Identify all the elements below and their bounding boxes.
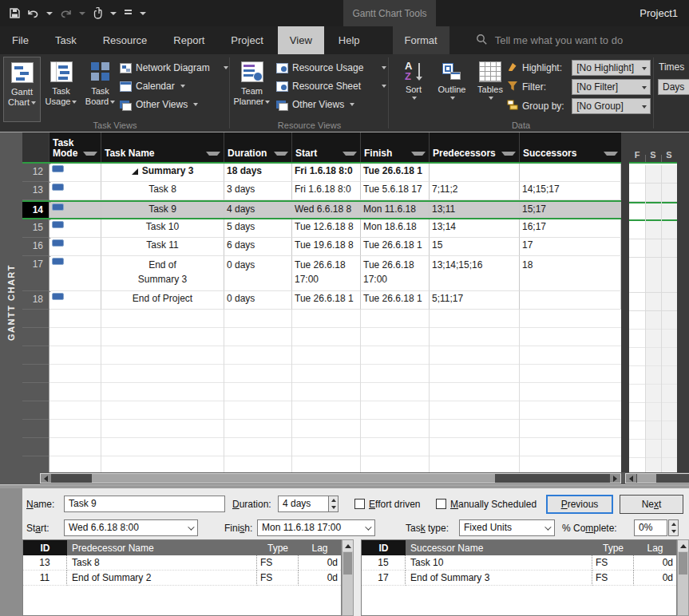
task-name-cell[interactable]: Task 11 (101, 238, 224, 256)
successors-cell[interactable]: 16;17 (520, 219, 621, 238)
undo-dropdown-icon[interactable] (46, 12, 53, 15)
start-cell[interactable]: Tue 12.6.18 8 (292, 219, 361, 238)
name-field[interactable]: Task 9 (64, 496, 225, 512)
sort-button[interactable]: A Z Sort (395, 57, 432, 122)
duration-field[interactable]: 4 days (278, 496, 329, 512)
undo-icon[interactable] (27, 9, 39, 18)
highlight-dropdown[interactable]: [No Highlight] (572, 60, 651, 76)
duration-cell[interactable]: 5 days (224, 219, 292, 238)
column-header-task-mode[interactable]: Task Mode (49, 132, 101, 162)
select-all-corner[interactable] (22, 132, 49, 162)
row-number[interactable]: 15 (22, 219, 49, 238)
task-name-cell[interactable]: End of Project (101, 291, 224, 310)
filter-arrow-icon[interactable] (501, 152, 516, 156)
customize-qat-icon[interactable] (124, 10, 133, 17)
filter-dropdown[interactable]: [No Filter] (572, 79, 651, 95)
successor-row[interactable]: 17 End of Summary 3 FS 0d (362, 571, 676, 586)
task-usage-button[interactable]: Task Usage (42, 57, 80, 122)
finish-cell[interactable]: Tue 26.6.18 1 (361, 164, 430, 182)
percent-complete-field[interactable]: 0% (634, 519, 667, 536)
chart-hscrollbar[interactable] (625, 473, 689, 484)
resource-sheet-button[interactable]: Resource Sheet (276, 79, 386, 93)
effort-driven-checkbox[interactable] (354, 499, 365, 509)
percent-complete-spinner[interactable] (668, 519, 679, 536)
task-mode-cell[interactable] (49, 256, 101, 291)
start-cell[interactable]: Fri 1.6.18 8:0 (292, 182, 361, 200)
table-row[interactable]: 17 End of Summary 3 0 days Tue 26.6.18 1… (22, 256, 621, 291)
gantt-chart-strip[interactable]: GANTT CHART (0, 132, 22, 472)
redo-icon[interactable] (60, 9, 72, 18)
start-cell[interactable]: Tue 26.6.18 1 (292, 291, 361, 310)
duration-spinner[interactable] (328, 496, 339, 512)
predecessors-cell[interactable]: 15 (430, 238, 520, 256)
redo-dropdown-icon[interactable] (79, 12, 85, 15)
scroll-left-arrow[interactable] (41, 474, 51, 483)
successors-cell[interactable]: 17 (520, 238, 621, 256)
predecessors-cell[interactable]: 5;11;17 (430, 291, 520, 310)
finish-dropdown[interactable]: Mon 11.6.18 17:00 (257, 519, 375, 536)
duration-cell[interactable]: 6 days (224, 238, 292, 256)
start-cell[interactable]: Wed 6.6.18 8 (292, 202, 361, 218)
manually-scheduled-checkbox[interactable] (436, 499, 446, 509)
filter-arrow-icon[interactable] (411, 152, 426, 156)
successors-cell[interactable]: 14;15;17 (520, 182, 621, 200)
other-views-resource-button[interactable]: Other Views (276, 97, 386, 112)
tab-format[interactable]: Format (393, 26, 449, 54)
table-row[interactable]: 13 Task 8 3 days Fri 1.6.18 8:0 Tue 5.6.… (22, 182, 621, 200)
task-name-cell[interactable]: Summary 3 (101, 164, 224, 182)
tab-help[interactable]: Help (327, 26, 372, 54)
column-header-duration[interactable]: Duration (224, 132, 292, 162)
task-mode-cell[interactable] (49, 164, 101, 182)
duration-cell[interactable]: 4 days (224, 202, 292, 218)
tell-me-search[interactable]: Tell me what you want to do (476, 26, 623, 54)
column-header-task-name[interactable]: Task Name (101, 132, 224, 162)
next-button[interactable]: Next (620, 495, 683, 514)
predecessor-row[interactable]: 11 End of Summary 2 FS 0d (23, 571, 341, 586)
task-form-strip[interactable] (0, 488, 22, 616)
tab-project[interactable]: Project (219, 26, 275, 54)
task-mode-cell[interactable] (49, 238, 101, 256)
task-type-dropdown[interactable]: Fixed Units (459, 519, 555, 536)
start-cell[interactable]: Tue 19.6.18 8 (292, 238, 361, 256)
task-name-cell[interactable]: End of Summary 3 (101, 256, 224, 291)
filter-arrow-icon[interactable] (206, 152, 220, 156)
duration-cell[interactable]: 0 days (224, 291, 292, 310)
group-by-dropdown[interactable]: [No Group] (572, 98, 651, 114)
predecessors-cell[interactable]: 7;11;2 (430, 182, 520, 200)
tab-report[interactable]: Report (161, 26, 216, 54)
task-mode-cell[interactable] (49, 219, 101, 238)
tab-task[interactable]: Task (43, 26, 89, 54)
scroll-up-arrow[interactable] (678, 540, 688, 551)
table-row-selected[interactable]: 14 Task 9 4 days Wed 6.6.18 8 Mon 11.6.1… (22, 200, 621, 219)
customize-qat-dropdown-icon[interactable] (140, 12, 146, 15)
team-planner-button[interactable]: Team Planner (233, 57, 271, 122)
scrollbar-thumb[interactable] (92, 474, 495, 483)
successor-row[interactable]: 15 Task 10 FS 0d (362, 555, 676, 571)
other-views-button[interactable]: Other Views (120, 97, 228, 112)
touch-mode-dropdown-icon[interactable] (110, 12, 117, 15)
scroll-left-arrow[interactable] (626, 474, 636, 483)
row-number[interactable]: 14 (22, 202, 49, 218)
predecessors-cell[interactable]: 13;14;15;16 (430, 256, 520, 291)
start-cell[interactable]: Fri 1.6.18 8:0 (292, 164, 361, 182)
tab-file[interactable]: File (0, 26, 41, 54)
outline-button[interactable]: Outline (434, 57, 470, 122)
column-header-predecessors[interactable]: Predecessors (430, 132, 520, 162)
table-row[interactable]: 12 Summary 3 18 days Fri 1.6.18 8:0 Tue … (22, 164, 621, 182)
pane-divider[interactable] (621, 132, 629, 472)
timescale-dropdown[interactable]: Days (658, 79, 689, 95)
row-number[interactable]: 12 (22, 164, 49, 182)
calendar-button[interactable]: Calendar (120, 79, 228, 93)
predecessors-cell[interactable]: 13;11 (430, 202, 520, 218)
scroll-up-arrow[interactable] (343, 540, 353, 551)
task-mode-cell[interactable] (49, 182, 101, 200)
scrollbar-thumb[interactable] (637, 474, 656, 483)
table-row[interactable]: 16 Task 11 6 days Tue 19.6.18 8 Tue 26.6… (22, 238, 621, 256)
column-header-start[interactable]: Start (292, 132, 361, 162)
tab-view[interactable]: View (278, 26, 324, 54)
task-mode-cell[interactable] (49, 291, 101, 310)
touch-mode-icon[interactable] (93, 7, 103, 19)
row-number[interactable]: 16 (22, 238, 49, 256)
finish-cell[interactable]: Mon 11.6.18 (361, 202, 430, 218)
column-header-successors[interactable]: Successors (520, 132, 621, 162)
